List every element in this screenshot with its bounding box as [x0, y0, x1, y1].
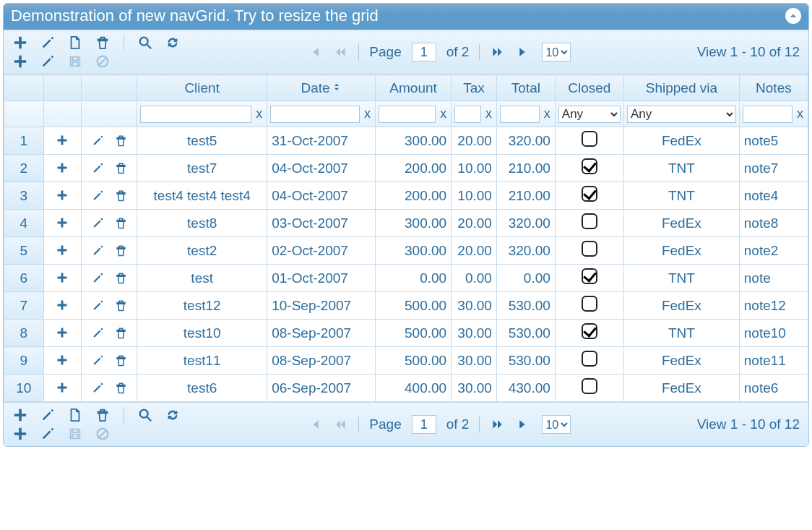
row-actions [82, 375, 137, 402]
search-button[interactable] [137, 35, 153, 51]
filter-ship-select[interactable]: Any [627, 106, 736, 123]
row-edit-button[interactable] [90, 161, 105, 176]
delete-button[interactable] [95, 407, 111, 423]
delete-button[interactable] [95, 35, 111, 51]
filter-closed-select[interactable]: Any [558, 106, 621, 123]
filter-total-input[interactable] [500, 106, 540, 123]
rows-per-page-select[interactable]: 10 [542, 415, 571, 434]
collapse-button[interactable] [785, 8, 801, 24]
subgrid-toggle[interactable] [43, 320, 82, 347]
next-page-button[interactable] [490, 44, 506, 60]
subgrid-toggle[interactable] [43, 127, 82, 155]
col-subgrid[interactable] [43, 75, 82, 101]
row-delete-button[interactable] [113, 133, 129, 149]
inline-add-button[interactable] [12, 54, 28, 69]
row-delete-button[interactable] [113, 215, 129, 231]
view-button[interactable] [67, 35, 83, 51]
first-page-button[interactable] [306, 44, 322, 60]
col-actions[interactable] [82, 75, 137, 101]
prev-page-button[interactable] [332, 44, 348, 60]
edit-button[interactable] [40, 35, 56, 51]
row-delete-button[interactable] [113, 325, 129, 341]
filter-clear[interactable]: x [543, 106, 552, 121]
add-button[interactable] [12, 35, 28, 51]
filter-clear[interactable]: x [795, 106, 805, 121]
filter-client-input[interactable] [140, 106, 251, 123]
row-delete-button[interactable] [113, 270, 129, 286]
row-edit-button[interactable] [90, 298, 105, 314]
subgrid-toggle[interactable] [43, 210, 82, 237]
table-row[interactable]: 10test606-Sep-2007400.0030.00430.00FedEx… [4, 375, 808, 402]
subgrid-toggle[interactable] [43, 237, 82, 265]
row-delete-button[interactable] [113, 353, 129, 369]
col-amount[interactable]: Amount [375, 75, 451, 101]
inline-cancel-button[interactable] [95, 426, 111, 442]
subgrid-toggle[interactable] [43, 182, 82, 210]
refresh-button[interactable] [165, 407, 181, 423]
row-delete-button[interactable] [113, 161, 129, 176]
filter-tax-input[interactable] [454, 106, 481, 123]
edit-button[interactable] [40, 407, 56, 423]
col-client[interactable]: Client [137, 75, 267, 101]
row-delete-button[interactable] [113, 298, 129, 314]
inline-save-button[interactable] [67, 426, 83, 442]
filter-clear[interactable]: x [439, 106, 448, 121]
filter-notes-input[interactable] [743, 106, 792, 123]
subgrid-toggle[interactable] [43, 375, 82, 402]
row-delete-button[interactable] [113, 188, 129, 204]
search-button[interactable] [137, 407, 153, 423]
col-closed[interactable]: Closed [555, 75, 623, 101]
subgrid-toggle[interactable] [43, 292, 82, 320]
add-button[interactable] [12, 407, 28, 423]
page-number-input[interactable] [412, 43, 436, 61]
inline-add-button[interactable] [12, 426, 28, 442]
table-row[interactable]: 5test202-Oct-2007300.0020.00320.00FedExn… [4, 237, 808, 265]
col-shipped[interactable]: Shipped via [623, 75, 739, 101]
table-row[interactable]: 9test1108-Sep-2007500.0030.00530.00FedEx… [4, 347, 808, 375]
row-edit-button[interactable] [90, 188, 105, 204]
row-edit-button[interactable] [90, 243, 105, 259]
row-edit-button[interactable] [90, 270, 105, 286]
col-rownum[interactable] [4, 75, 44, 101]
inline-save-button[interactable] [67, 54, 83, 69]
inline-edit-button[interactable] [40, 426, 56, 442]
inline-edit-button[interactable] [40, 54, 56, 69]
rows-per-page-select[interactable]: 10 [542, 43, 571, 61]
prev-page-button[interactable] [332, 416, 348, 432]
table-row[interactable]: 2test704-Oct-2007200.0010.00210.00TNTnot… [4, 155, 808, 182]
filter-clear[interactable]: x [254, 106, 264, 121]
table-row[interactable]: 8test1008-Sep-2007500.0030.00530.00TNTno… [4, 320, 808, 347]
table-row[interactable]: 3test4 test4 test404-Oct-2007200.0010.00… [4, 182, 808, 210]
filter-clear[interactable]: x [363, 106, 372, 121]
col-tax[interactable]: Tax [452, 75, 497, 101]
first-page-button[interactable] [306, 416, 322, 432]
col-notes[interactable]: Notes [739, 75, 808, 101]
subgrid-toggle[interactable] [43, 155, 82, 182]
table-row[interactable]: 1test531-Oct-2007300.0020.00320.00FedExn… [4, 127, 808, 155]
view-button[interactable] [67, 407, 83, 423]
refresh-button[interactable] [165, 35, 181, 51]
row-edit-button[interactable] [90, 133, 105, 149]
row-edit-button[interactable] [90, 380, 105, 396]
table-row[interactable]: 6test01-Oct-20070.000.000.00TNTnote [4, 265, 808, 292]
table-row[interactable]: 7test1210-Sep-2007500.0030.00530.00FedEx… [4, 292, 808, 320]
filter-amount-input[interactable] [379, 106, 436, 123]
subgrid-toggle[interactable] [43, 347, 82, 375]
filter-clear[interactable]: x [484, 106, 493, 121]
row-delete-button[interactable] [113, 380, 129, 396]
row-edit-button[interactable] [90, 353, 105, 369]
table-row[interactable]: 4test803-Oct-2007300.0020.00320.00FedExn… [4, 210, 808, 237]
filter-date-input[interactable] [270, 106, 360, 123]
inline-cancel-button[interactable] [95, 54, 111, 69]
row-delete-button[interactable] [113, 243, 129, 259]
subgrid-toggle[interactable] [43, 265, 82, 292]
next-page-button[interactable] [490, 416, 506, 432]
last-page-button[interactable] [516, 44, 532, 60]
last-page-button[interactable] [516, 416, 532, 432]
row-edit-button[interactable] [90, 215, 105, 231]
row-edit-button[interactable] [90, 325, 105, 341]
col-date[interactable]: Date [267, 75, 376, 101]
page-number-input[interactable] [412, 415, 436, 434]
col-total[interactable]: Total [496, 75, 555, 101]
row-number: 4 [4, 210, 44, 237]
